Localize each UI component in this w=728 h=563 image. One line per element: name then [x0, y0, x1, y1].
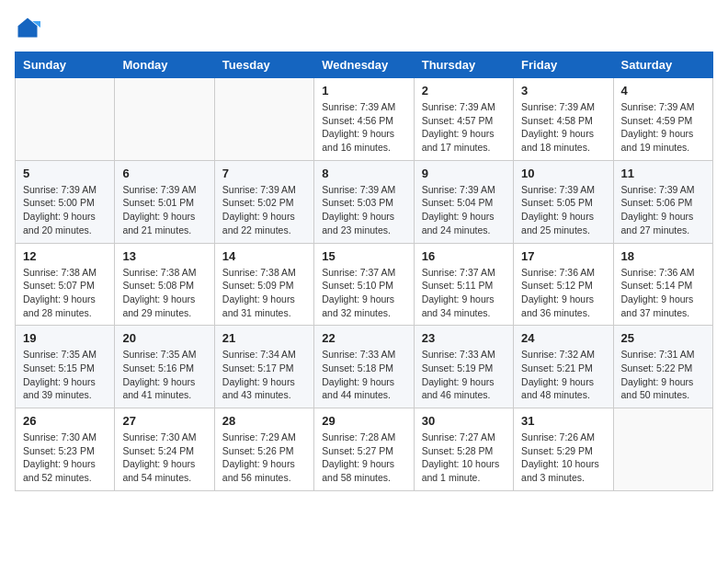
table-cell: 9Sunrise: 7:39 AM Sunset: 5:04 PM Daylig… [414, 160, 513, 243]
table-cell: 7Sunrise: 7:39 AM Sunset: 5:02 PM Daylig… [214, 160, 313, 243]
table-cell: 21Sunrise: 7:34 AM Sunset: 5:17 PM Dayli… [214, 326, 313, 408]
header-thursday: Thursday [414, 52, 513, 78]
day-info: Sunrise: 7:37 AM Sunset: 5:11 PM Dayligh… [422, 266, 506, 320]
day-info: Sunrise: 7:35 AM Sunset: 5:16 PM Dayligh… [122, 348, 206, 402]
day-number: 9 [422, 167, 506, 180]
logo-icon [15, 15, 40, 40]
week-row-1: 1Sunrise: 7:39 AM Sunset: 4:56 PM Daylig… [16, 78, 713, 161]
day-number: 29 [322, 414, 405, 428]
day-number: 15 [322, 249, 405, 263]
table-cell: 11Sunrise: 7:39 AM Sunset: 5:06 PM Dayli… [613, 160, 712, 243]
table-cell: 8Sunrise: 7:39 AM Sunset: 5:03 PM Daylig… [314, 160, 414, 243]
table-cell [115, 78, 214, 161]
header-wednesday: Wednesday [314, 52, 414, 78]
day-number: 23 [422, 331, 506, 345]
table-cell [214, 78, 313, 161]
day-number: 17 [521, 249, 605, 263]
week-row-4: 19Sunrise: 7:35 AM Sunset: 5:15 PM Dayli… [16, 326, 713, 408]
day-info: Sunrise: 7:39 AM Sunset: 4:56 PM Dayligh… [322, 100, 405, 155]
day-info: Sunrise: 7:39 AM Sunset: 5:05 PM Dayligh… [521, 183, 605, 237]
day-info: Sunrise: 7:39 AM Sunset: 4:59 PM Dayligh… [621, 100, 705, 155]
day-number: 22 [322, 331, 405, 345]
table-cell: 14Sunrise: 7:38 AM Sunset: 5:09 PM Dayli… [214, 243, 313, 326]
table-cell: 3Sunrise: 7:39 AM Sunset: 4:58 PM Daylig… [514, 78, 613, 161]
table-cell: 27Sunrise: 7:30 AM Sunset: 5:24 PM Dayli… [115, 408, 214, 491]
day-number: 8 [322, 167, 405, 180]
table-cell: 5Sunrise: 7:39 AM Sunset: 5:00 PM Daylig… [16, 160, 115, 243]
table-cell: 20Sunrise: 7:35 AM Sunset: 5:16 PM Dayli… [115, 326, 214, 408]
day-number: 1 [322, 84, 405, 98]
svg-marker-0 [18, 18, 38, 38]
header-sunday: Sunday [16, 52, 115, 78]
day-number: 25 [621, 331, 705, 345]
day-info: Sunrise: 7:33 AM Sunset: 5:18 PM Dayligh… [322, 348, 405, 402]
day-number: 7 [222, 167, 306, 180]
day-number: 12 [23, 249, 107, 263]
day-info: Sunrise: 7:39 AM Sunset: 5:06 PM Dayligh… [621, 183, 705, 237]
day-info: Sunrise: 7:39 AM Sunset: 4:57 PM Dayligh… [422, 100, 506, 155]
header-monday: Monday [115, 52, 214, 78]
table-cell: 12Sunrise: 7:38 AM Sunset: 5:07 PM Dayli… [16, 243, 115, 326]
day-info: Sunrise: 7:39 AM Sunset: 5:04 PM Dayligh… [422, 183, 506, 237]
table-cell: 24Sunrise: 7:32 AM Sunset: 5:21 PM Dayli… [514, 326, 613, 408]
table-cell: 18Sunrise: 7:36 AM Sunset: 5:14 PM Dayli… [613, 243, 712, 326]
day-number: 31 [521, 414, 605, 428]
day-number: 19 [23, 331, 107, 345]
table-cell: 10Sunrise: 7:39 AM Sunset: 5:05 PM Dayli… [514, 160, 613, 243]
table-cell: 15Sunrise: 7:37 AM Sunset: 5:10 PM Dayli… [314, 243, 414, 326]
page-header [15, 15, 713, 40]
table-cell [613, 408, 712, 491]
day-number: 21 [222, 331, 306, 345]
day-info: Sunrise: 7:39 AM Sunset: 4:58 PM Dayligh… [521, 100, 605, 155]
day-number: 28 [222, 414, 306, 428]
table-cell: 16Sunrise: 7:37 AM Sunset: 5:11 PM Dayli… [414, 243, 513, 326]
day-info: Sunrise: 7:26 AM Sunset: 5:29 PM Dayligh… [521, 431, 605, 485]
day-number: 30 [422, 414, 506, 428]
day-info: Sunrise: 7:39 AM Sunset: 5:03 PM Dayligh… [322, 183, 405, 237]
day-info: Sunrise: 7:38 AM Sunset: 5:07 PM Dayligh… [23, 266, 107, 320]
day-info: Sunrise: 7:33 AM Sunset: 5:19 PM Dayligh… [422, 348, 506, 402]
day-info: Sunrise: 7:30 AM Sunset: 5:24 PM Dayligh… [122, 431, 206, 485]
table-cell: 29Sunrise: 7:28 AM Sunset: 5:27 PM Dayli… [314, 408, 414, 491]
day-info: Sunrise: 7:32 AM Sunset: 5:21 PM Dayligh… [521, 348, 605, 402]
table-cell: 17Sunrise: 7:36 AM Sunset: 5:12 PM Dayli… [514, 243, 613, 326]
table-cell: 2Sunrise: 7:39 AM Sunset: 4:57 PM Daylig… [414, 78, 513, 161]
day-number: 27 [122, 414, 206, 428]
day-number: 16 [422, 249, 506, 263]
header-saturday: Saturday [613, 52, 712, 78]
table-cell: 25Sunrise: 7:31 AM Sunset: 5:22 PM Dayli… [613, 326, 712, 408]
day-info: Sunrise: 7:38 AM Sunset: 5:08 PM Dayligh… [122, 266, 206, 320]
day-number: 18 [621, 249, 705, 263]
calendar-table: SundayMondayTuesdayWednesdayThursdayFrid… [15, 52, 713, 491]
day-info: Sunrise: 7:36 AM Sunset: 5:14 PM Dayligh… [621, 266, 705, 320]
week-row-3: 12Sunrise: 7:38 AM Sunset: 5:07 PM Dayli… [16, 243, 713, 326]
day-info: Sunrise: 7:29 AM Sunset: 5:26 PM Dayligh… [222, 431, 306, 485]
table-cell: 31Sunrise: 7:26 AM Sunset: 5:29 PM Dayli… [514, 408, 613, 491]
day-number: 6 [122, 167, 206, 180]
table-cell [16, 78, 115, 161]
day-number: 5 [23, 167, 107, 180]
calendar-header-row: SundayMondayTuesdayWednesdayThursdayFrid… [16, 52, 713, 78]
day-info: Sunrise: 7:39 AM Sunset: 5:00 PM Dayligh… [23, 183, 107, 237]
day-info: Sunrise: 7:28 AM Sunset: 5:27 PM Dayligh… [322, 431, 405, 485]
day-number: 3 [521, 84, 605, 98]
day-number: 4 [621, 84, 705, 98]
week-row-5: 26Sunrise: 7:30 AM Sunset: 5:23 PM Dayli… [16, 408, 713, 491]
day-info: Sunrise: 7:27 AM Sunset: 5:28 PM Dayligh… [422, 431, 506, 485]
day-info: Sunrise: 7:37 AM Sunset: 5:10 PM Dayligh… [322, 266, 405, 320]
day-info: Sunrise: 7:39 AM Sunset: 5:02 PM Dayligh… [222, 183, 306, 237]
header-friday: Friday [514, 52, 613, 78]
day-info: Sunrise: 7:36 AM Sunset: 5:12 PM Dayligh… [521, 266, 605, 320]
table-cell: 4Sunrise: 7:39 AM Sunset: 4:59 PM Daylig… [613, 78, 712, 161]
day-number: 20 [122, 331, 206, 345]
table-cell: 28Sunrise: 7:29 AM Sunset: 5:26 PM Dayli… [214, 408, 313, 491]
day-number: 2 [422, 84, 506, 98]
day-info: Sunrise: 7:38 AM Sunset: 5:09 PM Dayligh… [222, 266, 306, 320]
table-cell: 19Sunrise: 7:35 AM Sunset: 5:15 PM Dayli… [16, 326, 115, 408]
day-number: 24 [521, 331, 605, 345]
day-number: 10 [521, 167, 605, 180]
day-info: Sunrise: 7:31 AM Sunset: 5:22 PM Dayligh… [621, 348, 705, 402]
day-number: 26 [23, 414, 107, 428]
table-cell: 26Sunrise: 7:30 AM Sunset: 5:23 PM Dayli… [16, 408, 115, 491]
table-cell: 1Sunrise: 7:39 AM Sunset: 4:56 PM Daylig… [314, 78, 414, 161]
